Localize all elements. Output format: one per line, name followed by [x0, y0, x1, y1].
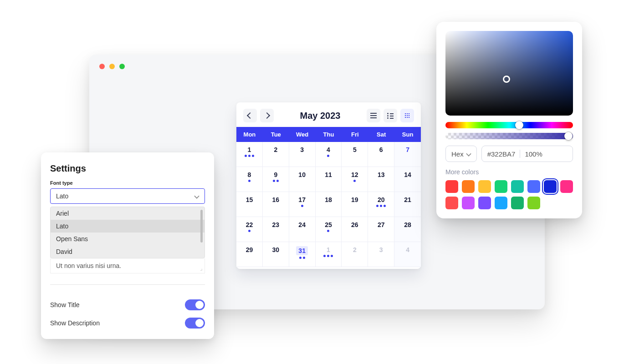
calendar-day[interactable]: 25	[316, 217, 342, 242]
view-grid-button[interactable]	[400, 109, 414, 122]
opacity-value: 100%	[525, 150, 542, 158]
view-list-button[interactable]	[384, 109, 397, 122]
calendar-day[interactable]: 27	[368, 217, 394, 242]
font-option[interactable]: Open Sans	[51, 233, 205, 245]
font-option[interactable]: Ariel	[51, 207, 205, 220]
grid-icon	[404, 113, 410, 118]
calendar-day[interactable]: 3	[289, 142, 316, 167]
calendar-day[interactable]: 1	[236, 142, 263, 167]
hex-input[interactable]: #322BA7 100%	[481, 146, 573, 162]
calendar-day[interactable]: 9	[263, 167, 289, 192]
divider	[50, 284, 205, 285]
calendar-day[interactable]: 19	[342, 192, 368, 217]
calendar-day[interactable]: 3	[368, 242, 394, 267]
dow-label: Fri	[342, 127, 368, 142]
color-swatch[interactable]	[560, 180, 573, 193]
divider	[520, 150, 520, 158]
calendar-day[interactable]: 10	[289, 167, 316, 192]
day-number: 14	[404, 171, 411, 178]
maximize-dot-icon[interactable]	[119, 64, 125, 69]
hue-slider[interactable]	[445, 122, 573, 128]
dow-label: Thu	[316, 127, 342, 142]
calendar-day[interactable]: 4	[316, 142, 342, 167]
saturation-field[interactable]	[445, 31, 573, 116]
color-swatch[interactable]	[445, 180, 458, 193]
font-type-label: Font type	[50, 180, 205, 186]
day-number: 30	[272, 246, 279, 253]
prev-month-button[interactable]	[243, 109, 257, 122]
color-swatch[interactable]	[445, 197, 458, 209]
view-agenda-button[interactable]	[367, 109, 380, 122]
font-select[interactable]: Lato	[50, 188, 205, 204]
day-number: 20	[378, 196, 385, 203]
day-number: 4	[406, 246, 409, 253]
calendar-day[interactable]: 13	[368, 167, 394, 192]
calendar-day[interactable]: 11	[316, 167, 342, 192]
calendar-day[interactable]: 6	[368, 142, 394, 167]
calendar-day[interactable]: 2	[342, 242, 368, 267]
color-swatch[interactable]	[462, 180, 475, 193]
more-colors-label: More colors	[445, 168, 573, 176]
color-swatch[interactable]	[495, 180, 507, 193]
event-dots	[299, 257, 305, 259]
day-number: 28	[404, 221, 411, 228]
color-swatch[interactable]	[511, 180, 524, 193]
day-number: 12	[351, 171, 358, 178]
minimize-dot-icon[interactable]	[109, 64, 115, 69]
scrollbar[interactable]	[200, 210, 203, 243]
description-textarea[interactable]: Ut non varius nisi urna. ⌟	[50, 258, 205, 273]
color-swatch[interactable]	[478, 180, 491, 193]
next-month-button[interactable]	[260, 109, 274, 122]
calendar-day[interactable]: 22	[236, 217, 263, 242]
calendar-day[interactable]: 26	[342, 217, 368, 242]
font-option[interactable]: Lato	[51, 220, 205, 233]
calendar-day[interactable]: 2	[263, 142, 289, 167]
day-number: 1	[327, 246, 330, 253]
color-swatch[interactable]	[462, 197, 475, 209]
event-dots	[327, 155, 329, 157]
calendar-day[interactable]: 24	[289, 217, 316, 242]
calendar-day[interactable]: 31	[289, 242, 316, 267]
alpha-slider[interactable]	[445, 133, 573, 139]
color-swatches	[445, 180, 573, 209]
calendar-day[interactable]: 21	[394, 192, 421, 217]
day-number: 31	[296, 246, 308, 255]
calendar-day[interactable]: 18	[316, 192, 342, 217]
font-option[interactable]: David	[51, 245, 205, 258]
calendar-day[interactable]: 28	[394, 217, 421, 242]
saturation-cursor-icon[interactable]	[503, 76, 510, 83]
calendar-day[interactable]: 30	[263, 242, 289, 267]
hue-thumb[interactable]	[515, 121, 523, 129]
calendar-day[interactable]: 5	[342, 142, 368, 167]
calendar-day[interactable]: 7	[394, 142, 421, 167]
calendar-day[interactable]: 1	[316, 242, 342, 267]
color-swatch[interactable]	[511, 197, 524, 209]
show-description-switch[interactable]	[185, 318, 205, 329]
calendar-day[interactable]: 23	[263, 217, 289, 242]
calendar-day[interactable]: 14	[394, 167, 421, 192]
calendar-day[interactable]: 17	[289, 192, 316, 217]
color-swatch[interactable]	[527, 180, 540, 193]
calendar-title: May 2023	[300, 111, 341, 121]
show-title-switch[interactable]	[185, 299, 205, 310]
calendar-day[interactable]: 15	[236, 192, 263, 217]
event-dots	[245, 155, 254, 157]
calendar-day[interactable]: 12	[342, 167, 368, 192]
chevron-left-icon	[247, 112, 253, 119]
color-swatch[interactable]	[495, 197, 507, 209]
calendar-day[interactable]: 29	[236, 242, 263, 267]
color-swatch[interactable]	[527, 197, 540, 209]
calendar-widget: May 2023 MonTueWedThuFriSatSun 123456789…	[236, 102, 421, 269]
calendar-day[interactable]: 4	[394, 242, 421, 267]
calendar-day[interactable]: 8	[236, 167, 263, 192]
color-swatch[interactable]	[544, 180, 557, 193]
calendar-day[interactable]: 20	[368, 192, 394, 217]
color-swatch[interactable]	[478, 197, 491, 209]
event-dots	[248, 180, 251, 182]
color-format-select[interactable]: Hex	[445, 146, 477, 162]
calendar-day[interactable]: 16	[263, 192, 289, 217]
day-number: 22	[246, 221, 253, 228]
day-number: 16	[272, 196, 279, 203]
alpha-thumb[interactable]	[564, 132, 573, 140]
close-dot-icon[interactable]	[99, 64, 105, 69]
